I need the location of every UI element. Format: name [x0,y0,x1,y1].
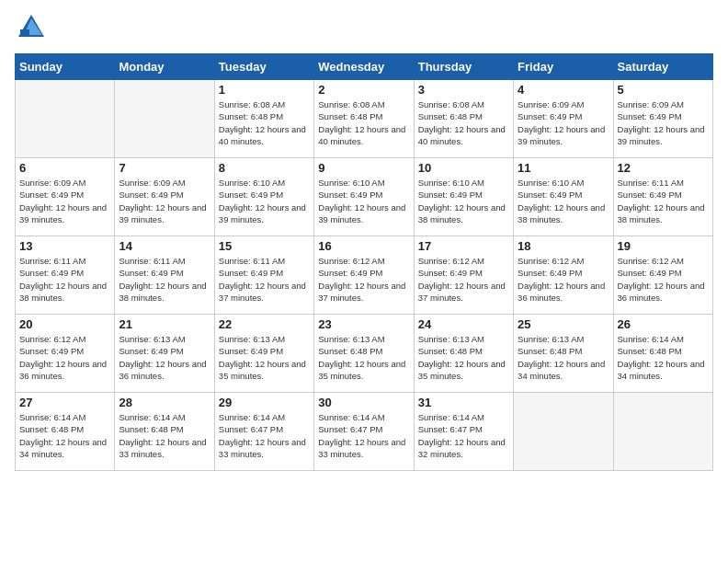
day-cell: 26Sunrise: 6:14 AM Sunset: 6:48 PM Dayli… [613,315,712,393]
day-detail: Sunrise: 6:08 AM Sunset: 6:48 PM Dayligh… [418,98,509,147]
day-detail: Sunrise: 6:14 AM Sunset: 6:48 PM Dayligh… [119,411,210,460]
day-number: 18 [518,239,609,253]
header-wednesday: Wednesday [314,54,414,80]
day-cell: 18Sunrise: 6:12 AM Sunset: 6:49 PM Dayli… [514,236,613,315]
header-thursday: Thursday [414,54,513,80]
day-number: 31 [418,396,509,409]
day-number: 2 [318,83,409,97]
day-cell: 28Sunrise: 6:14 AM Sunset: 6:48 PM Dayli… [115,393,214,471]
day-number: 24 [418,317,509,331]
day-detail: Sunrise: 6:09 AM Sunset: 6:49 PM Dayligh… [119,177,210,225]
day-number: 22 [219,317,310,331]
day-number: 4 [518,83,609,97]
day-cell: 10Sunrise: 6:10 AM Sunset: 6:49 PM Dayli… [414,158,513,236]
header-monday: Monday [115,54,214,80]
day-detail: Sunrise: 6:13 AM Sunset: 6:48 PM Dayligh… [518,333,609,382]
week-row-4: 20Sunrise: 6:12 AM Sunset: 6:49 PM Dayli… [16,315,713,393]
day-cell: 7Sunrise: 6:09 AM Sunset: 6:49 PM Daylig… [115,158,214,236]
day-cell: 15Sunrise: 6:11 AM Sunset: 6:49 PM Dayli… [214,236,313,315]
day-number: 13 [19,239,110,253]
day-cell: 29Sunrise: 6:14 AM Sunset: 6:47 PM Dayli… [214,393,313,471]
day-number: 19 [618,239,709,253]
day-cell: 1Sunrise: 6:08 AM Sunset: 6:48 PM Daylig… [214,80,313,158]
day-number: 9 [318,161,409,175]
day-number: 23 [318,317,409,331]
day-detail: Sunrise: 6:11 AM Sunset: 6:49 PM Dayligh… [119,255,210,304]
day-detail: Sunrise: 6:13 AM Sunset: 6:48 PM Dayligh… [418,333,509,382]
day-number: 15 [219,239,310,253]
day-detail: Sunrise: 6:11 AM Sunset: 6:49 PM Dayligh… [219,255,310,304]
week-row-5: 27Sunrise: 6:14 AM Sunset: 6:48 PM Dayli… [16,393,713,471]
day-cell: 4Sunrise: 6:09 AM Sunset: 6:49 PM Daylig… [514,80,613,158]
day-cell: 24Sunrise: 6:13 AM Sunset: 6:48 PM Dayli… [414,315,513,393]
day-detail: Sunrise: 6:10 AM Sunset: 6:49 PM Dayligh… [418,177,509,225]
day-cell: 16Sunrise: 6:12 AM Sunset: 6:49 PM Dayli… [314,236,414,315]
header-friday: Friday [514,54,613,80]
day-detail: Sunrise: 6:10 AM Sunset: 6:49 PM Dayligh… [318,177,409,225]
day-cell [115,80,214,158]
day-detail: Sunrise: 6:14 AM Sunset: 6:48 PM Dayligh… [19,411,110,460]
day-detail: Sunrise: 6:11 AM Sunset: 6:49 PM Dayligh… [19,255,110,304]
day-cell [16,80,115,158]
day-detail: Sunrise: 6:09 AM Sunset: 6:49 PM Dayligh… [19,177,110,225]
day-detail: Sunrise: 6:09 AM Sunset: 6:49 PM Dayligh… [518,98,609,147]
day-number: 11 [518,161,609,175]
day-number: 3 [418,83,509,97]
day-detail: Sunrise: 6:11 AM Sunset: 6:49 PM Dayligh… [618,177,709,225]
day-number: 17 [418,239,509,253]
week-row-2: 6Sunrise: 6:09 AM Sunset: 6:49 PM Daylig… [16,158,713,236]
day-number: 26 [618,317,709,331]
day-number: 25 [518,317,609,331]
day-cell: 13Sunrise: 6:11 AM Sunset: 6:49 PM Dayli… [16,236,115,315]
day-cell: 22Sunrise: 6:13 AM Sunset: 6:49 PM Dayli… [214,315,313,393]
day-detail: Sunrise: 6:14 AM Sunset: 6:47 PM Dayligh… [318,411,409,460]
page: SundayMondayTuesdayWednesdayThursdayFrid… [0,0,728,563]
day-cell: 31Sunrise: 6:14 AM Sunset: 6:47 PM Dayli… [414,393,513,471]
day-number: 16 [318,239,409,253]
day-number: 29 [219,396,310,409]
day-cell: 12Sunrise: 6:11 AM Sunset: 6:49 PM Dayli… [613,158,712,236]
week-row-3: 13Sunrise: 6:11 AM Sunset: 6:49 PM Dayli… [16,236,713,315]
day-number: 14 [119,239,210,253]
day-cell: 3Sunrise: 6:08 AM Sunset: 6:48 PM Daylig… [414,80,513,158]
day-number: 28 [119,396,210,409]
day-number: 7 [119,161,210,175]
day-cell: 27Sunrise: 6:14 AM Sunset: 6:48 PM Dayli… [16,393,115,471]
day-detail: Sunrise: 6:13 AM Sunset: 6:48 PM Dayligh… [318,333,409,382]
day-detail: Sunrise: 6:08 AM Sunset: 6:48 PM Dayligh… [318,98,409,147]
week-row-1: 1Sunrise: 6:08 AM Sunset: 6:48 PM Daylig… [16,80,713,158]
day-detail: Sunrise: 6:12 AM Sunset: 6:49 PM Dayligh… [418,255,509,304]
day-number: 6 [19,161,110,175]
day-detail: Sunrise: 6:14 AM Sunset: 6:47 PM Dayligh… [219,411,310,460]
header-row: SundayMondayTuesdayWednesdayThursdayFrid… [16,54,713,80]
day-cell: 11Sunrise: 6:10 AM Sunset: 6:49 PM Dayli… [514,158,613,236]
day-number: 27 [19,396,110,409]
day-number: 21 [119,317,210,331]
logo-icon [15,11,48,44]
day-cell: 8Sunrise: 6:10 AM Sunset: 6:49 PM Daylig… [214,158,313,236]
day-cell [613,393,712,471]
day-detail: Sunrise: 6:10 AM Sunset: 6:49 PM Dayligh… [219,177,310,225]
day-detail: Sunrise: 6:14 AM Sunset: 6:48 PM Dayligh… [618,333,709,382]
day-number: 12 [618,161,709,175]
day-number: 8 [219,161,310,175]
day-cell: 14Sunrise: 6:11 AM Sunset: 6:49 PM Dayli… [115,236,214,315]
header [15,11,713,44]
header-sunday: Sunday [16,54,115,80]
logo [15,11,51,44]
day-number: 30 [318,396,409,409]
day-number: 1 [219,83,310,97]
day-cell: 2Sunrise: 6:08 AM Sunset: 6:48 PM Daylig… [314,80,414,158]
day-number: 20 [19,317,110,331]
day-cell: 5Sunrise: 6:09 AM Sunset: 6:49 PM Daylig… [613,80,712,158]
day-detail: Sunrise: 6:13 AM Sunset: 6:49 PM Dayligh… [219,333,310,382]
header-saturday: Saturday [613,54,712,80]
day-detail: Sunrise: 6:13 AM Sunset: 6:49 PM Dayligh… [119,333,210,382]
header-tuesday: Tuesday [214,54,313,80]
day-detail: Sunrise: 6:09 AM Sunset: 6:49 PM Dayligh… [618,98,709,147]
day-detail: Sunrise: 6:08 AM Sunset: 6:48 PM Dayligh… [219,98,310,147]
calendar-table: SundayMondayTuesdayWednesdayThursdayFrid… [15,53,713,471]
day-cell: 30Sunrise: 6:14 AM Sunset: 6:47 PM Dayli… [314,393,414,471]
day-cell: 6Sunrise: 6:09 AM Sunset: 6:49 PM Daylig… [16,158,115,236]
day-cell: 20Sunrise: 6:12 AM Sunset: 6:49 PM Dayli… [16,315,115,393]
